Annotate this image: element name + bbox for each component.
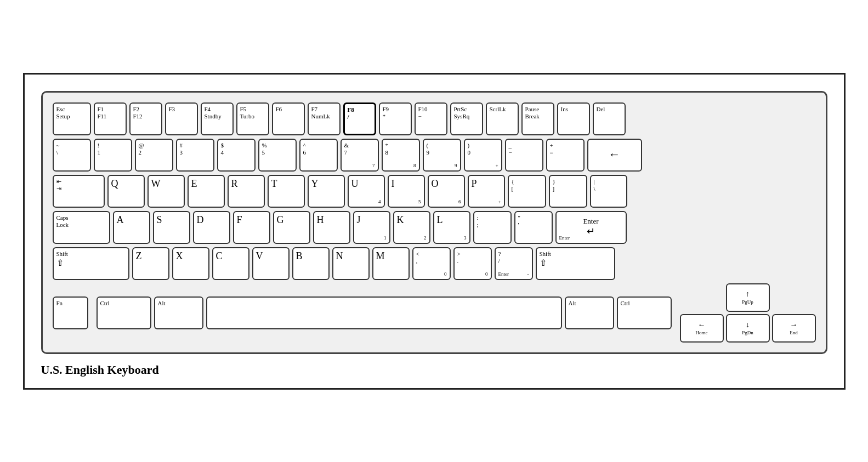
key-7[interactable]: & 7 7 [341, 139, 379, 172]
key-f8[interactable]: F8 / [343, 102, 376, 135]
key-r[interactable]: R [228, 175, 265, 208]
key-prtsc[interactable]: PrtSc SysRq [450, 102, 483, 135]
key-q[interactable]: Q [107, 175, 145, 208]
arrow-cluster: ↑ PgUp ← Home ↓ PgDn → End [680, 283, 816, 343]
key-y[interactable]: Y [308, 175, 345, 208]
key-w[interactable]: W [147, 175, 185, 208]
key-quote[interactable]: " ' [514, 211, 553, 244]
key-1[interactable]: ! 1 [94, 139, 132, 172]
key-lbracket[interactable]: { [ [508, 175, 546, 208]
key-backspace[interactable]: ← [587, 139, 642, 172]
key-home[interactable]: ← Home [680, 314, 724, 343]
key-scrlk[interactable]: ScrlLk [486, 102, 519, 135]
key-rbracket[interactable]: } ] [549, 175, 587, 208]
key-a[interactable]: A [113, 211, 150, 244]
keyboard-title: U.S. English Keyboard [41, 363, 827, 377]
key-2[interactable]: @ 2 [135, 139, 173, 172]
keyboard: Esc Setup F1 F11 F2 F12 F3 F4 Stndby F5 … [41, 91, 827, 354]
key-minus[interactable]: _ − [505, 139, 543, 172]
key-f9[interactable]: F9 * [379, 102, 412, 135]
row-asdf: Caps Lock A S D F G H J 1 K 2 L 3 : [53, 211, 816, 244]
key-tilde[interactable]: ~ \ [53, 139, 91, 172]
key-u[interactable]: U 4 [348, 175, 385, 208]
key-l[interactable]: L 3 [433, 211, 470, 244]
key-h[interactable]: H [313, 211, 350, 244]
key-e[interactable]: E [188, 175, 225, 208]
key-5[interactable]: % 5 [258, 139, 297, 172]
key-n[interactable]: N [332, 247, 370, 280]
key-p[interactable]: P + [468, 175, 505, 208]
key-f3[interactable]: F3 [165, 102, 198, 135]
key-g[interactable]: G [273, 211, 310, 244]
key-shift-right[interactable]: Shift ⇧ [536, 247, 615, 280]
key-f4[interactable]: F4 Stndby [201, 102, 234, 135]
key-j[interactable]: J 1 [353, 211, 390, 244]
key-f5[interactable]: F5 Turbo [236, 102, 269, 135]
key-shift-left[interactable]: Shift ⇧ [53, 247, 129, 280]
key-8[interactable]: * 8 8 [382, 139, 420, 172]
row-function: Esc Setup F1 F11 F2 F12 F3 F4 Stndby F5 … [53, 102, 816, 135]
key-t[interactable]: T [268, 175, 305, 208]
key-v[interactable]: V [252, 247, 290, 280]
key-fn[interactable]: Fn [53, 296, 88, 329]
diagram-container: Esc Setup F1 F11 F2 F12 F3 F4 Stndby F5 … [23, 73, 846, 390]
key-ins[interactable]: Ins [557, 102, 590, 135]
key-f7[interactable]: F7 NumLk [308, 102, 341, 135]
key-f2[interactable]: F2 F12 [129, 102, 162, 135]
key-end[interactable]: → End [772, 314, 816, 343]
key-pgdn[interactable]: ↓ PgDn [726, 314, 770, 343]
key-0[interactable]: ) 0 + [464, 139, 502, 172]
key-del[interactable]: Del [593, 102, 626, 135]
key-z[interactable]: Z [132, 247, 169, 280]
key-caps-lock[interactable]: Caps Lock [53, 211, 110, 244]
key-period[interactable]: > . 0 [453, 247, 492, 280]
key-4[interactable]: $ 4 [217, 139, 256, 172]
key-f10[interactable]: F10 − [415, 102, 447, 135]
key-backslash[interactable]: | \ [590, 175, 627, 208]
key-x[interactable]: X [172, 247, 209, 280]
key-space[interactable] [206, 296, 562, 329]
row-bottom: Fn Ctrl Alt Alt Ctrl ↑ PgUp [53, 283, 816, 343]
key-pgup[interactable]: ↑ PgUp [726, 283, 770, 312]
key-alt-right[interactable]: Alt [565, 296, 614, 329]
key-3[interactable]: # 3 [176, 139, 214, 172]
key-equals[interactable]: + = [546, 139, 585, 172]
key-c[interactable]: C [212, 247, 249, 280]
key-f6[interactable]: F6 [272, 102, 305, 135]
key-enter[interactable]: Enter ↵ Enter [555, 211, 627, 244]
key-f1[interactable]: F1 F11 [94, 102, 127, 135]
key-s[interactable]: S [153, 211, 190, 244]
row-number: ~ \ ! 1 @ 2 # 3 $ 4 % 5 [53, 139, 816, 172]
key-d[interactable]: D [193, 211, 230, 244]
key-i[interactable]: I 5 [388, 175, 425, 208]
key-m[interactable]: M [372, 247, 410, 280]
key-6[interactable]: ^ 6 [299, 139, 338, 172]
key-b[interactable]: B [292, 247, 330, 280]
key-f[interactable]: F [233, 211, 270, 244]
key-comma[interactable]: < , 0 [412, 247, 451, 280]
key-ctrl-right[interactable]: Ctrl [617, 296, 672, 329]
row-zxcv: Shift ⇧ Z X C V B N M < , 0 > . 0 ? / [53, 247, 816, 280]
row-qwerty: ⇤ ⇥ Q W E R T Y U 4 I 5 O 6 P [53, 175, 816, 208]
key-pause[interactable]: Pause Break [521, 102, 554, 135]
key-tab[interactable]: ⇤ ⇥ [53, 175, 105, 208]
key-k[interactable]: K 2 [393, 211, 430, 244]
key-alt-left[interactable]: Alt [154, 296, 203, 329]
key-slash[interactable]: ? / - Enter [495, 247, 533, 280]
key-9[interactable]: ( 9 9 [423, 139, 461, 172]
key-o[interactable]: O 6 [428, 175, 465, 208]
key-esc[interactable]: Esc Setup [53, 102, 91, 135]
key-semicolon[interactable]: : ; [473, 211, 512, 244]
key-ctrl-left[interactable]: Ctrl [97, 296, 151, 329]
